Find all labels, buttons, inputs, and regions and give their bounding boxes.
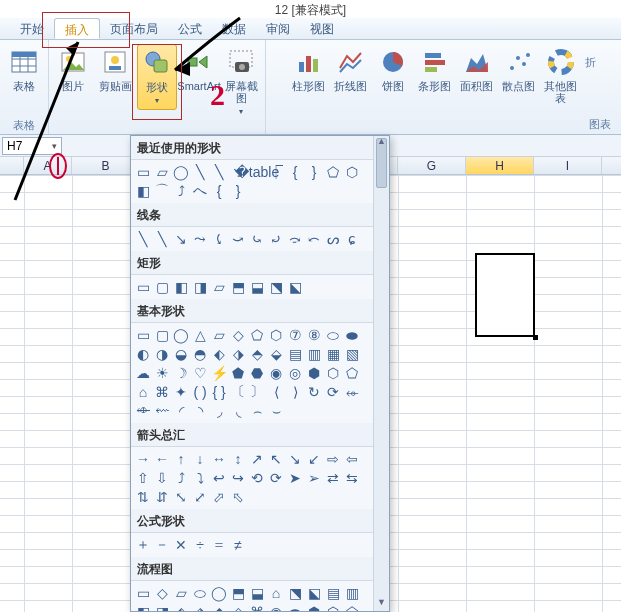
shape-item[interactable]: ( ): [191, 383, 209, 401]
shape-item[interactable]: ⬬: [343, 326, 361, 344]
shape-item[interactable]: ⬭: [191, 584, 209, 602]
shape-item[interactable]: ᔕ: [324, 230, 342, 248]
shape-item[interactable]: }: [229, 182, 247, 200]
shape-item[interactable]: ↙: [305, 450, 323, 468]
shape-item[interactable]: ◧: [134, 182, 152, 200]
shape-item[interactable]: ⌘: [248, 603, 266, 611]
shape-item[interactable]: ▤: [286, 345, 304, 363]
shape-item[interactable]: ◒: [172, 345, 190, 363]
shape-item[interactable]: ⟳: [267, 469, 285, 487]
scroll-down-icon[interactable]: ▼: [374, 597, 389, 611]
col-header-H[interactable]: H: [466, 157, 534, 174]
shape-item[interactable]: ☽: [172, 364, 190, 382]
shape-item[interactable]: ▱: [210, 326, 228, 344]
clipart-button[interactable]: 剪贴画: [95, 44, 135, 94]
shape-item[interactable]: { }: [210, 383, 228, 401]
shape-item[interactable]: ɕ: [343, 230, 361, 248]
area-chart-button[interactable]: 面积图: [457, 44, 497, 94]
tab-pagelayout[interactable]: 页面布局: [100, 18, 168, 39]
shape-item[interactable]: ⇦: [343, 450, 361, 468]
column-chart-button[interactable]: 柱形图: [289, 44, 329, 94]
selected-shape-rect[interactable]: [475, 253, 535, 337]
shape-item[interactable]: ◇: [229, 326, 247, 344]
shape-item[interactable]: ⬓: [248, 278, 266, 296]
shape-item[interactable]: ◨: [191, 278, 209, 296]
shape-item[interactable]: ▭: [134, 326, 152, 344]
shape-item[interactable]: ▭: [134, 584, 152, 602]
shape-item[interactable]: {: [286, 163, 304, 181]
shape-item[interactable]: ◐: [134, 345, 152, 363]
shape-item[interactable]: ⬠: [343, 364, 361, 382]
shape-item[interactable]: ⇄: [324, 469, 342, 487]
shape-item[interactable]: ╲: [210, 163, 228, 181]
shape-item[interactable]: ⬘: [210, 603, 228, 611]
select-all-corner[interactable]: [0, 157, 24, 174]
shape-item[interactable]: ◜: [172, 402, 190, 420]
name-box[interactable]: H7 ▾: [2, 137, 62, 155]
tab-formulas[interactable]: 公式: [168, 18, 212, 39]
shape-item[interactable]: ↕: [229, 450, 247, 468]
shape-item[interactable]: ⬠: [248, 326, 266, 344]
shape-item[interactable]: ⌢: [248, 402, 266, 420]
shape-item[interactable]: ÷: [191, 536, 209, 554]
shape-item[interactable]: ⬡: [324, 364, 342, 382]
shape-item[interactable]: ◧: [134, 603, 152, 611]
shape-item[interactable]: ▧: [343, 345, 361, 363]
shape-item[interactable]: ⤿: [248, 230, 266, 248]
shape-item[interactable]: ☁: [134, 364, 152, 382]
shape-item[interactable]: ⤳: [191, 230, 209, 248]
shape-item[interactable]: ⬕: [286, 278, 304, 296]
screenshot-button[interactable]: 屏幕截图▾: [221, 44, 261, 120]
shape-item[interactable]: ⑧: [305, 326, 323, 344]
shape-item[interactable]: ↪: [229, 469, 247, 487]
shape-item[interactable]: ⟳: [324, 383, 342, 401]
shape-item[interactable]: ⬡: [324, 603, 342, 611]
shape-item[interactable]: ◯: [172, 163, 190, 181]
shape-item[interactable]: ▱: [153, 163, 171, 181]
shape-item[interactable]: ▦: [324, 345, 342, 363]
shape-item[interactable]: ╲: [191, 163, 209, 181]
chevron-down-icon[interactable]: ▾: [52, 141, 57, 151]
shape-item[interactable]: ▤: [324, 584, 342, 602]
shape-item[interactable]: ⬭: [324, 326, 342, 344]
shape-item[interactable]: ⟲: [248, 469, 266, 487]
shape-item[interactable]: ⎾: [267, 163, 285, 181]
shape-item[interactable]: ▥: [343, 584, 361, 602]
shape-item[interactable]: ⬢: [305, 603, 323, 611]
scatter-chart-button[interactable]: 散点图: [499, 44, 539, 94]
shape-item[interactable]: ⌣: [267, 402, 285, 420]
table-button[interactable]: 表格: [4, 44, 44, 94]
shape-item[interactable]: ↘: [172, 230, 190, 248]
shape-item[interactable]: ⬕: [305, 584, 323, 602]
shape-item[interactable]: ◎: [286, 364, 304, 382]
shape-item[interactable]: ⇧: [134, 469, 152, 487]
shape-item[interactable]: ☀: [153, 364, 171, 382]
shape-item[interactable]: ▭: [134, 163, 152, 181]
shape-item[interactable]: ⇨: [324, 450, 342, 468]
shape-item[interactable]: ◉: [267, 364, 285, 382]
shape-item[interactable]: ⤴: [172, 182, 190, 200]
shape-item[interactable]: ≠: [229, 536, 247, 554]
shape-item[interactable]: ✕: [172, 536, 190, 554]
shape-item[interactable]: ⬘: [248, 345, 266, 363]
shape-item[interactable]: ⤾: [267, 230, 285, 248]
shape-item[interactable]: ⤹: [210, 230, 228, 248]
shape-item[interactable]: ⤡: [172, 488, 190, 506]
shape-item[interactable]: ⇆: [343, 469, 361, 487]
shape-item[interactable]: ◉: [267, 603, 285, 611]
pie-chart-button[interactable]: 饼图: [373, 44, 413, 94]
shape-item[interactable]: ◇: [153, 584, 171, 602]
shape-item[interactable]: ↓: [191, 450, 209, 468]
tab-insert[interactable]: 插入: [54, 18, 100, 39]
shape-item[interactable]: ⤺: [305, 230, 323, 248]
shape-item[interactable]: ▱: [172, 584, 190, 602]
shape-item[interactable]: ⤵: [191, 469, 209, 487]
shape-item[interactable]: ◨: [153, 603, 171, 611]
tab-home[interactable]: 开始: [10, 18, 54, 39]
shape-item[interactable]: }: [305, 163, 323, 181]
shape-item[interactable]: ⬒: [229, 584, 247, 602]
shape-item[interactable]: ╲: [134, 230, 152, 248]
shape-item[interactable]: ▱: [210, 278, 228, 296]
shape-item[interactable]: ⬳: [153, 402, 171, 420]
shape-item[interactable]: ⬀: [210, 488, 228, 506]
